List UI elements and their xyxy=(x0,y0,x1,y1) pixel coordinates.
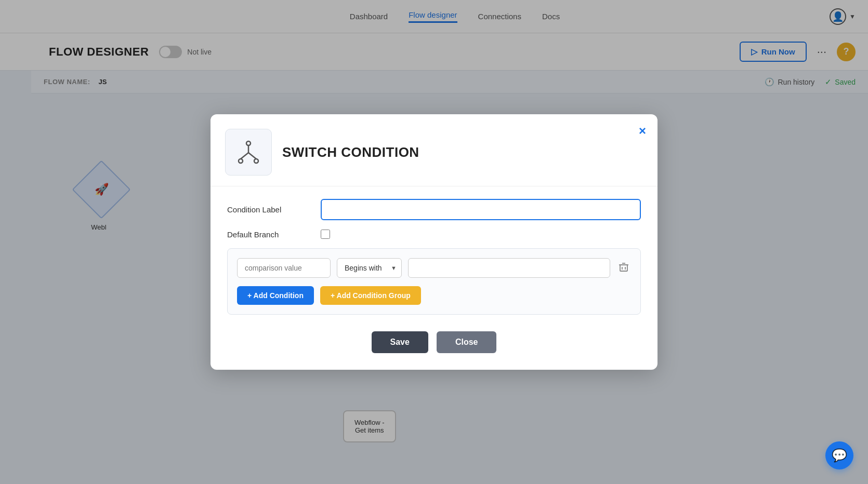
modal-footer: Save Close xyxy=(211,331,657,353)
conditions-box: Begins with Contains Equals Not equals E… xyxy=(227,248,641,315)
condition-row: Begins with Contains Equals Not equals E… xyxy=(237,258,631,278)
add-condition-button[interactable]: + Add Condition xyxy=(237,286,314,305)
modal-close-button[interactable]: × xyxy=(639,124,646,138)
switch-condition-icon xyxy=(234,138,262,166)
operator-select-wrapper: Begins with Contains Equals Not equals E… xyxy=(337,258,402,278)
condition-label-input[interactable] xyxy=(321,199,641,220)
condition-label-text: Condition Label xyxy=(227,205,310,214)
modal-title: SWITCH CONDITION xyxy=(282,144,419,160)
condition-label-row: Condition Label xyxy=(227,199,641,220)
chat-button[interactable]: 💬 xyxy=(825,441,853,469)
condition-value-input[interactable] xyxy=(408,258,610,278)
comparison-value-input[interactable] xyxy=(237,258,331,278)
chat-icon: 💬 xyxy=(832,448,847,463)
modal-header: SWITCH CONDITION xyxy=(211,114,657,186)
svg-rect-6 xyxy=(620,265,627,271)
add-condition-group-button[interactable]: + Add Condition Group xyxy=(320,286,421,305)
modal-icon-box xyxy=(225,129,272,176)
svg-point-0 xyxy=(246,141,251,145)
default-branch-label: Default Branch xyxy=(227,230,310,239)
switch-condition-modal: × SWITCH CONDITION Condition Label xyxy=(211,114,657,370)
svg-point-1 xyxy=(239,159,243,163)
default-branch-row: Default Branch xyxy=(227,230,641,239)
svg-line-5 xyxy=(248,153,256,159)
save-button[interactable]: Save xyxy=(372,331,428,353)
svg-point-2 xyxy=(254,159,258,163)
modal-overlay[interactable]: × SWITCH CONDITION Condition Label xyxy=(0,0,868,484)
delete-condition-button[interactable] xyxy=(616,260,631,277)
condition-buttons: + Add Condition + Add Condition Group xyxy=(237,286,631,305)
close-button[interactable]: Close xyxy=(437,331,497,353)
svg-line-4 xyxy=(241,153,248,159)
modal-body: Condition Label Default Branch Begins wi… xyxy=(211,186,657,315)
operator-select[interactable]: Begins with Contains Equals Not equals E… xyxy=(337,258,402,278)
default-branch-checkbox[interactable] xyxy=(321,230,330,239)
